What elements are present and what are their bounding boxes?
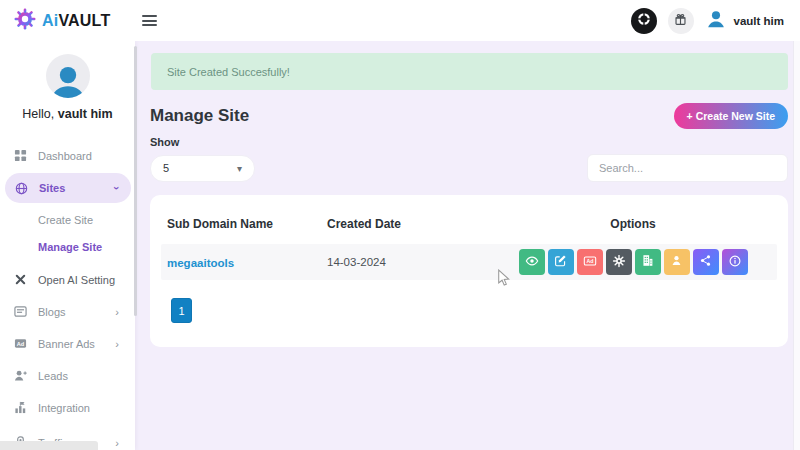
alert-message: Site Created Succesfully! [167,66,290,78]
user-avatar-icon [705,8,727,34]
chevron-right-icon: › [115,338,119,350]
sidebar-profile: Hello, vault him [0,41,135,121]
table-row: megaaitools 14-03-2024 [161,244,777,280]
sidebar-item-leads[interactable]: Leads [0,362,131,389]
sidebar-nav: Dashboard Sites › Create Site Manage Sit… [0,142,135,450]
search-input[interactable] [587,154,788,182]
column-header-created-date: Created Date [327,217,495,231]
share-button[interactable] [693,249,719,275]
avatar [46,54,90,98]
support-icon [637,12,651,29]
app-window: AiVAULT [0,0,800,450]
site-settings-button[interactable] [606,249,632,275]
gear-logo-icon [13,7,37,35]
user-plus-icon [13,369,28,382]
sidebar-greeting: Hello, vault him [0,107,135,121]
info-icon [728,254,742,271]
hamburger-menu-icon[interactable] [142,13,157,29]
page-title: Manage Site [150,106,249,126]
sidebar-item-integration[interactable]: Integration [0,394,131,421]
sidebar-item-label: Integration [38,402,90,414]
app-logo[interactable]: AiVAULT [0,7,110,35]
mouse-cursor [497,269,511,291]
view-site-button[interactable] [519,249,545,275]
building-icon [641,254,654,270]
sidebar-item-dashboard[interactable]: Dashboard [0,142,131,169]
sidebar-item-label: Dashboard [38,150,92,162]
grid-icon [13,149,28,162]
organization-button[interactable] [635,249,661,275]
gear-icon [612,254,626,271]
chevron-right-icon: › [115,437,119,449]
subdomain-link[interactable]: megaaitools [167,257,234,269]
globe-icon [14,182,29,195]
column-header-options: Options [495,217,771,231]
created-date-cell: 14-03-2024 [327,256,495,268]
chevron-down-icon: ▾ [237,163,242,174]
edit-site-button[interactable] [548,249,574,275]
page-scrollbar[interactable] [793,41,800,450]
svg-text:Ad: Ad [586,258,593,264]
status-tooltip [0,441,98,450]
create-new-site-button[interactable]: + Create New Site [674,103,788,129]
logo-text: AiVAULT [42,12,110,30]
eye-icon [525,254,539,271]
sidebar-item-label: Leads [38,370,68,382]
sidebar: Hello, vault him Dashboard [0,41,135,450]
sidebar-item-sites[interactable]: Sites › [5,173,131,203]
blog-icon [13,305,28,318]
page-size-select[interactable]: 5 ▾ [150,155,255,182]
header-actions: vault him [631,8,800,34]
main-content: Site Created Succesfully! Manage Site + … [135,41,793,450]
success-alert: Site Created Succesfully! [151,53,788,90]
sidebar-item-manage-site[interactable]: Manage Site [0,234,135,259]
sites-table-card: Sub Domain Name Created Date Options meg… [150,195,788,347]
sidebar-item-create-site[interactable]: Create Site [0,207,135,232]
user-menu[interactable]: vault him [705,8,784,34]
sidebar-item-label: Banner Ads [38,338,95,350]
banner-ads-button[interactable]: Ad [577,249,603,275]
sidebar-item-label: Sites [39,182,65,194]
sidebar-item-label: Open AI Setting [38,274,115,286]
column-header-sub-domain: Sub Domain Name [167,217,327,231]
sidebar-scrollbar[interactable] [134,46,137,316]
sidebar-item-open-ai-setting[interactable]: Open AI Setting [0,266,131,293]
pagination: 1 [171,298,777,323]
tools-icon [13,273,28,286]
sidebar-item-banner-ads[interactable]: Ad Banner Ads › [0,330,131,357]
info-button[interactable] [722,249,748,275]
ad-badge-icon: Ad [13,337,28,350]
header-user-name: vault him [734,15,784,27]
support-button[interactable] [631,8,657,34]
page-size-value: 5 [163,162,169,174]
sidebar-item-blogs[interactable]: Blogs › [0,298,131,325]
chevron-right-icon: › [115,306,119,318]
svg-text:Ad: Ad [17,341,25,347]
users-button[interactable] [664,249,690,275]
gift-button[interactable] [668,8,694,34]
show-label: Show [150,136,788,148]
integration-icon [13,401,28,414]
pagination-page-1[interactable]: 1 [171,298,192,323]
gift-icon [674,13,687,29]
row-actions: Ad [495,249,771,275]
edit-icon [554,254,567,270]
table-header-row: Sub Domain Name Created Date Options [161,206,777,244]
user-icon [670,254,683,270]
ad-icon: Ad [583,254,597,271]
chevron-down-icon: › [111,186,123,190]
share-icon [699,254,712,270]
sidebar-item-label: Blogs [38,306,66,318]
top-header: AiVAULT [0,0,800,41]
